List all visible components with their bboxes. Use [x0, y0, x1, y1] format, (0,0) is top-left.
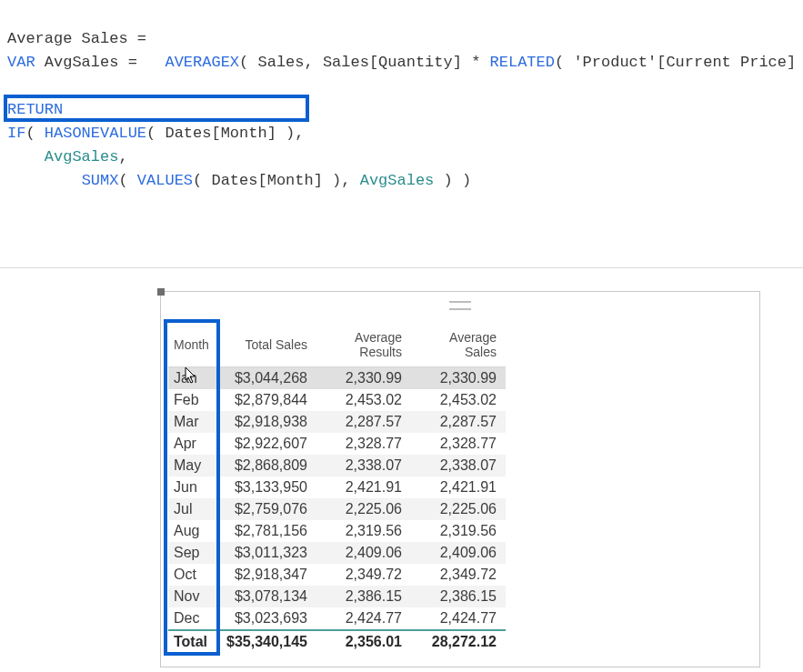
cell-avg-s: 2,287.57 [411, 411, 506, 433]
formula-line-return: RETURN [7, 101, 63, 118]
table-row[interactable]: Oct$2,918,3472,349.722,349.72 [168, 564, 506, 586]
cell-avg-s: 2,319.56 [411, 520, 506, 542]
cell-avg-s: 2,225.06 [411, 498, 506, 520]
resize-handle-top-left[interactable] [157, 288, 165, 296]
cell-avg-r: 2,386.15 [316, 586, 411, 607]
cell-avg-s: 2,424.77 [411, 607, 506, 630]
header-month[interactable]: Month [168, 326, 219, 367]
cell-total: $2,918,938 [219, 411, 316, 433]
cell-month: Apr [168, 433, 219, 455]
cell-total: $2,918,347 [219, 564, 316, 586]
formula-line-2: VAR AvgSales = AVERAGEX( Sales, Sales[Qu… [7, 54, 803, 71]
header-average-sales[interactable]: Average Sales [411, 326, 506, 367]
cell-month: Mar [168, 411, 219, 433]
header-average-results[interactable]: Average Results [316, 326, 411, 367]
cell-total-avg-r: 2,356.01 [316, 630, 411, 653]
cell-month: May [168, 455, 219, 476]
cell-total: $2,781,156 [219, 520, 316, 542]
cell-total: $3,133,950 [219, 476, 316, 498]
formula-line-sumx: SUMX( VALUES( Dates[Month] ), AvgSales )… [7, 172, 471, 189]
cell-avg-r: 2,330.99 [316, 367, 411, 390]
cell-avg-r: 2,421.91 [316, 476, 411, 498]
cell-avg-s: 2,338.07 [411, 455, 506, 476]
table-row[interactable]: Sep$3,011,3232,409.062,409.06 [168, 542, 506, 564]
cell-avg-s: 2,421.91 [411, 476, 506, 498]
cell-month: Nov [168, 586, 219, 607]
cell-month: Jan [168, 367, 219, 390]
cell-total: $3,078,134 [219, 586, 316, 607]
cell-total-avg-s: 28,272.12 [411, 630, 506, 653]
data-table[interactable]: Month Total Sales Average Results Averag… [168, 326, 506, 653]
table-row[interactable]: Jul$2,759,0762,225.062,225.06 [168, 498, 506, 520]
cell-avg-r: 2,338.07 [316, 455, 411, 476]
cell-month: Oct [168, 564, 219, 586]
table-row[interactable]: Nov$3,078,1342,386.152,386.15 [168, 586, 506, 607]
table-row[interactable]: Aug$2,781,1562,319.562,319.56 [168, 520, 506, 542]
cell-avg-s: 2,453.02 [411, 389, 506, 411]
cell-avg-r: 2,453.02 [316, 389, 411, 411]
table-header-row: Month Total Sales Average Results Averag… [168, 326, 506, 367]
divider [0, 267, 803, 268]
cell-avg-r: 2,287.57 [316, 411, 411, 433]
table-row[interactable]: Jan$3,044,2682,330.992,330.99 [168, 367, 506, 390]
measure-name: Average Sales = [7, 30, 146, 47]
formula-bar[interactable]: Average Sales = VAR AvgSales = AVERAGEX(… [0, 0, 803, 196]
drag-handle-icon[interactable] [449, 301, 471, 310]
cell-avg-s: 2,349.72 [411, 564, 506, 586]
table-row[interactable]: Jun$3,133,9502,421.912,421.91 [168, 476, 506, 498]
cell-total: $3,011,323 [219, 542, 316, 564]
cell-total: $2,922,607 [219, 433, 316, 455]
table-row[interactable]: May$2,868,8092,338.072,338.07 [168, 455, 506, 476]
cell-total-label: Total [168, 630, 219, 653]
cell-month: Jul [168, 498, 219, 520]
table-row[interactable]: Mar$2,918,9382,287.572,287.57 [168, 411, 506, 433]
cell-avg-r: 2,319.56 [316, 520, 411, 542]
cell-avg-s: 2,328.77 [411, 433, 506, 455]
table-total-row[interactable]: Total$35,340,1452,356.0128,272.12 [168, 630, 506, 653]
formula-line-if: IF( HASONEVALUE( Dates[Month] ), [7, 125, 304, 142]
cell-avg-s: 2,386.15 [411, 586, 506, 607]
header-total-sales[interactable]: Total Sales [219, 326, 316, 367]
cell-total: $3,023,693 [219, 607, 316, 630]
table-visual-container[interactable]: Month Total Sales Average Results Averag… [160, 291, 760, 667]
table-row[interactable]: Feb$2,879,8442,453.022,453.02 [168, 389, 506, 411]
cell-total: $2,879,844 [219, 389, 316, 411]
cell-month: Feb [168, 389, 219, 411]
cell-total: $2,868,809 [219, 455, 316, 476]
cell-month: Aug [168, 520, 219, 542]
table-row[interactable]: Dec$3,023,6932,424.772,424.77 [168, 607, 506, 630]
formula-line-avgsales: AvgSales, [7, 148, 128, 165]
cell-total: $3,044,268 [219, 367, 316, 390]
cell-avg-r: 2,225.06 [316, 498, 411, 520]
cell-avg-r: 2,424.77 [316, 607, 411, 630]
cell-total-sum: $35,340,145 [219, 630, 316, 653]
cell-avg-r: 2,349.72 [316, 564, 411, 586]
table-row[interactable]: Apr$2,922,6072,328.772,328.77 [168, 433, 506, 455]
cell-avg-s: 2,330.99 [411, 367, 506, 390]
cell-avg-s: 2,409.06 [411, 542, 506, 564]
cell-month: Sep [168, 542, 219, 564]
cell-total: $2,759,076 [219, 498, 316, 520]
cell-month: Jun [168, 476, 219, 498]
cell-avg-r: 2,409.06 [316, 542, 411, 564]
cell-avg-r: 2,328.77 [316, 433, 411, 455]
cell-month: Dec [168, 607, 219, 630]
table-body: Jan$3,044,2682,330.992,330.99 Feb$2,879,… [168, 367, 506, 654]
